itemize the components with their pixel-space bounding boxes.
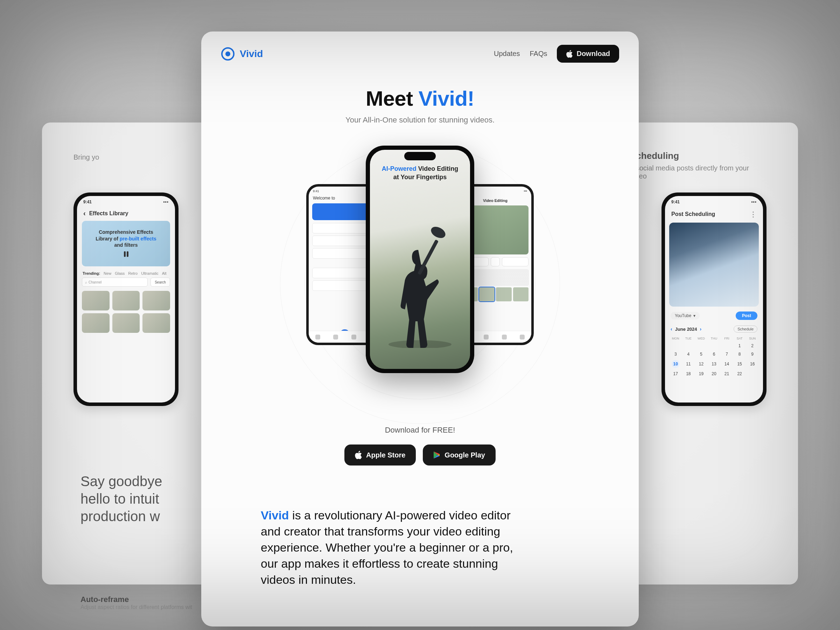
apple-icon — [566, 50, 573, 58]
center-phone: AI-Powered Video Editing at Your Fingert… — [366, 145, 474, 373]
scheduling-video-preview — [669, 223, 759, 306]
description-paragraph: Vivid is a revolutionary AI-powered vide… — [201, 466, 639, 587]
status-bar: 9:41 — [77, 196, 175, 208]
svg-rect-3 — [418, 239, 439, 275]
status-icons — [751, 199, 757, 204]
pause-icon — [123, 251, 129, 258]
phone-stage: 9:41••• Welcome to 9:41••• Video Editing — [201, 145, 639, 412]
apple-icon — [355, 451, 362, 459]
play-icon — [491, 257, 500, 266]
google-play-label: Google Play — [445, 451, 485, 459]
more-icon: ⋮ — [750, 210, 757, 218]
right-panel-sub: e social media posts directly from your … — [630, 164, 766, 180]
left-phone-mockup: 9:41 ‹ Effects Library Comprehensive Eff… — [74, 193, 178, 406]
status-time: 9:41 — [83, 199, 92, 204]
post-button: Post — [736, 311, 757, 320]
nav-faqs[interactable]: FAQs — [529, 50, 547, 58]
google-play-icon — [433, 451, 440, 459]
effects-grid — [77, 287, 175, 337]
svg-point-4 — [429, 224, 447, 240]
google-play-button[interactable]: Google Play — [423, 445, 496, 466]
status-bar: 9:41 — [665, 196, 763, 208]
download-button-label: Download — [576, 50, 610, 58]
right-phone-mockup: 9:41 Post Scheduling ⋮ YouTube▾ Post ‹ J… — [662, 193, 766, 406]
person-silhouette — [385, 222, 455, 348]
apple-store-button[interactable]: Apple Store — [344, 445, 416, 466]
left-phone-heading: ‹ Effects Library — [77, 208, 175, 221]
svg-point-1 — [226, 51, 230, 56]
brand[interactable]: Vivid — [221, 47, 263, 61]
right-phone-title: Post Scheduling — [671, 211, 715, 217]
chevron-right-icon: › — [700, 326, 702, 332]
effects-search-button: Search — [150, 278, 170, 287]
brand-logo-icon — [221, 47, 235, 61]
status-time: 9:41 — [671, 199, 680, 204]
chevron-left-icon: ‹ — [671, 326, 673, 332]
phone-notch — [404, 152, 436, 160]
nav-updates[interactable]: Updates — [494, 50, 520, 58]
status-icons — [163, 199, 169, 204]
brand-name: Vivid — [240, 48, 263, 60]
download-button[interactable]: Download — [557, 45, 619, 63]
effects-tags: Trending: New Glass Retro Ultramatic Alt — [77, 266, 175, 278]
hero-title: Meet Vivid! — [201, 87, 639, 111]
effects-search-input: ⌕ Channel — [82, 278, 148, 287]
chevron-down-icon: ▾ — [693, 313, 695, 318]
back-icon: ‹ — [83, 209, 86, 217]
right-panel-title: Scheduling — [630, 150, 766, 161]
effects-banner: Comprehensive Effects Library of pre-bui… — [82, 221, 170, 266]
left-phone-title: Effects Library — [89, 210, 128, 217]
effects-search-row: ⌕ Channel Search — [77, 278, 175, 287]
schedule-button: Schedule — [734, 325, 757, 333]
apple-store-label: Apple Store — [366, 451, 405, 459]
platform-select: YouTube▾ — [671, 312, 699, 319]
calendar: MONTUE WEDTHU FRISAT SUN 12 3456789 1011… — [665, 335, 763, 378]
hero: Meet Vivid! Your All-in-One solution for… — [201, 87, 639, 125]
main-landing-card: Vivid Updates FAQs Download Meet Vivid! … — [201, 32, 639, 627]
hero-subtitle: Your All-in-One solution for stunning vi… — [201, 115, 639, 125]
calendar-month: June 2024 — [675, 327, 697, 332]
center-phone-headline: AI-Powered Video Editing at Your Fingert… — [370, 164, 470, 182]
header: Vivid Updates FAQs Download — [201, 32, 639, 76]
